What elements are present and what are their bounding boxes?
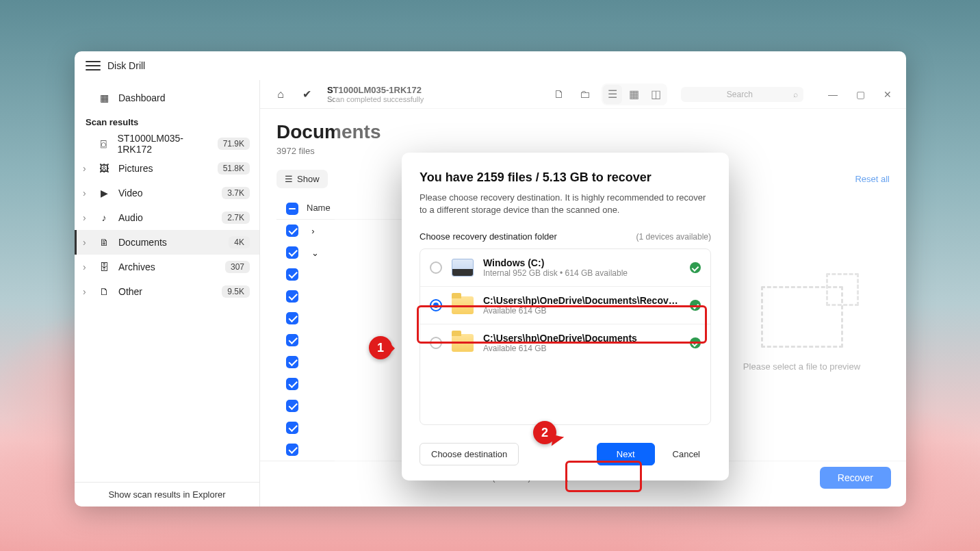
music-icon: ♪: [98, 212, 110, 224]
choose-folder-label: Choose recovery destination folder: [420, 231, 557, 242]
folder-icon: [452, 334, 474, 352]
label: Audio: [118, 212, 143, 223]
drive-icon: ⌼: [98, 138, 109, 150]
chevron-right-icon: ›: [83, 286, 86, 297]
destination-sub: Available 614 GB: [483, 306, 680, 316]
show-in-explorer-button[interactable]: Show scan results in Explorer: [75, 482, 259, 507]
sidebar-item-video[interactable]: › ▶ Video 3.7K: [75, 181, 259, 205]
destination-title: Windows (C:): [483, 257, 680, 268]
destination-title: C:\Users\hp\OneDrive\Documents\Recov…: [483, 295, 680, 306]
destination-sub: Available 614 GB: [483, 344, 680, 353]
destination-option-windows-c[interactable]: Windows (C:)Internal 952 GB disk • 614 G…: [420, 249, 710, 286]
sidebar-item-documents[interactable]: › 🗎 Documents 4K: [75, 230, 259, 255]
radio[interactable]: [430, 337, 442, 349]
checkbox[interactable]: [286, 268, 298, 281]
count-badge: 71.9K: [218, 138, 250, 150]
checkbox[interactable]: [286, 312, 298, 324]
count-badge: 307: [225, 261, 250, 273]
chevron-right-icon: ›: [83, 237, 86, 248]
app-title: Disk Drill: [107, 60, 145, 71]
cancel-button[interactable]: Cancel: [662, 444, 711, 465]
label: Archives: [118, 261, 155, 272]
checkbox[interactable]: [286, 246, 298, 259]
label: Video: [118, 188, 143, 198]
checkbox[interactable]: [286, 356, 298, 368]
chevron-right-icon: ›: [83, 188, 86, 198]
label: Show: [297, 174, 320, 184]
image-icon: 🖼: [98, 162, 110, 175]
sidebar-item-archives[interactable]: › 🗄 Archives 307: [75, 255, 259, 279]
chevron-right-icon: ›: [83, 212, 86, 223]
show-filter[interactable]: ☰Show: [276, 170, 328, 188]
video-icon: ▶: [98, 187, 110, 199]
grid-icon: ▦: [98, 92, 110, 104]
chevron-right-icon: ›: [83, 163, 86, 174]
radio[interactable]: [430, 261, 442, 274]
app-window: Disk Drill ▦ Dashboard Scan results ⌼ ST…: [75, 51, 906, 507]
checkbox[interactable]: [286, 444, 298, 456]
destination-sub: Internal 952 GB disk • 614 GB available: [483, 268, 680, 278]
checkbox[interactable]: [286, 378, 298, 390]
modal-title: You have 2159 files / 5.13 GB to recover: [420, 170, 711, 185]
checkbox[interactable]: [286, 334, 298, 346]
label: Documents: [118, 237, 167, 248]
label: Other: [118, 286, 142, 297]
destination-list: Windows (C:)Internal 952 GB disk • 614 G…: [420, 248, 711, 425]
checkbox[interactable]: [286, 422, 298, 434]
archive-icon: 🗄: [98, 261, 110, 273]
choose-destination-button[interactable]: Choose destination: [420, 443, 519, 465]
next-button[interactable]: Next: [597, 443, 655, 465]
destination-option-documents[interactable]: C:\Users\hp\OneDrive\DocumentsAvailable …: [420, 324, 710, 361]
label: ST1000LM035-1RK172: [117, 133, 209, 155]
annotation-marker-1: 1: [369, 336, 392, 359]
status-check-icon: ✔: [297, 85, 316, 104]
document-icon: 🗎: [98, 236, 110, 248]
check-icon: [690, 337, 701, 348]
folder-icon: [452, 296, 474, 314]
label: Dashboard: [118, 92, 166, 103]
file-icon: 🗋: [98, 285, 110, 298]
check-icon: [690, 262, 701, 273]
sidebar-item-dashboard[interactable]: ▦ Dashboard: [75, 86, 259, 110]
destination-option-recov-folder[interactable]: C:\Users\hp\OneDrive\Documents\Recov…Ava…: [420, 286, 710, 324]
checkbox[interactable]: [286, 225, 298, 237]
checkbox[interactable]: [286, 400, 298, 412]
sidebar: ▦ Dashboard Scan results ⌼ ST1000LM035-1…: [75, 80, 260, 507]
menu-icon[interactable]: [86, 58, 101, 73]
sidebar-section-scan-results: Scan results: [75, 110, 259, 131]
filter-icon: ☰: [285, 174, 293, 184]
label: Pictures: [118, 163, 153, 174]
annotation-marker-2: 2: [533, 421, 556, 444]
modal-body: Please choose recovery destination. It i…: [420, 192, 711, 216]
home-icon[interactable]: ⌂: [271, 85, 290, 104]
sidebar-item-pictures[interactable]: › 🖼 Pictures 51.8K: [75, 156, 259, 181]
destination-title: C:\Users\hp\OneDrive\Documents: [483, 333, 680, 344]
radio[interactable]: [430, 299, 442, 311]
sidebar-item-other[interactable]: › 🗋 Other 9.5K: [75, 279, 259, 304]
count-badge: 2.7K: [222, 212, 250, 224]
count-badge: 4K: [229, 236, 250, 248]
count-badge: 9.5K: [222, 285, 250, 298]
count-badge: 3.7K: [222, 187, 250, 199]
recovery-destination-modal: You have 2159 files / 5.13 GB to recover…: [402, 153, 729, 480]
devices-available: (1 devices available): [636, 232, 711, 242]
chevron-right-icon: ›: [83, 261, 86, 272]
sidebar-item-drive[interactable]: ⌼ ST1000LM035-1RK172 71.9K: [75, 131, 259, 156]
check-icon: [690, 300, 701, 311]
count-badge: 51.8K: [218, 162, 250, 175]
sidebar-item-audio[interactable]: › ♪ Audio 2.7K: [75, 205, 259, 230]
select-all-checkbox[interactable]: [286, 203, 298, 215]
checkbox[interactable]: [286, 290, 298, 303]
drive-icon: [452, 259, 474, 277]
